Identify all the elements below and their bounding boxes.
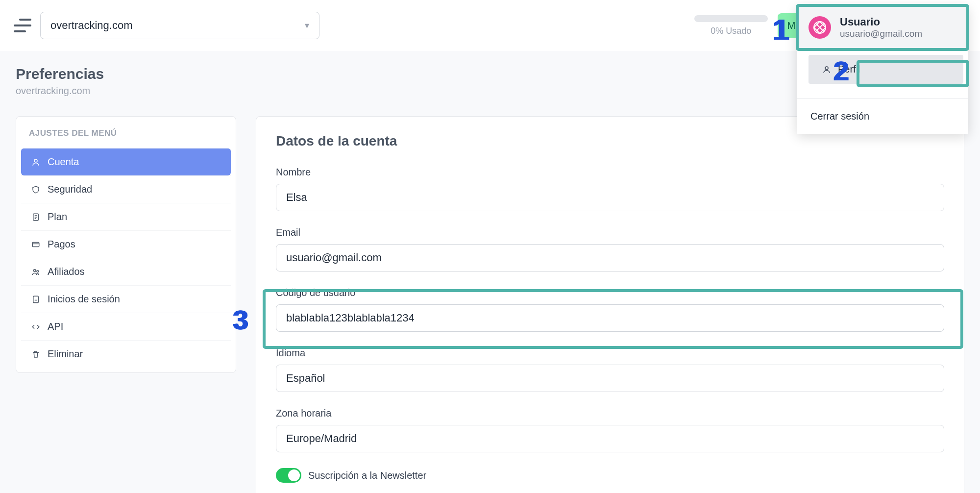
sidebar-item-cuenta[interactable]: Cuenta bbox=[21, 148, 231, 175]
card-icon bbox=[31, 240, 41, 249]
menu-toggle-icon[interactable] bbox=[14, 19, 31, 32]
sidebar-heading: AJUSTES DEL MENÚ bbox=[21, 128, 231, 148]
sidebar-item-eliminar[interactable]: Eliminar bbox=[21, 340, 231, 368]
user-icon bbox=[31, 158, 41, 167]
sidebar-item-label: Seguridad bbox=[48, 184, 92, 195]
field-timezone: Zona horaria Europe/Madrid bbox=[276, 408, 944, 452]
field-email: Email bbox=[276, 227, 944, 271]
field-language-label: Idioma bbox=[276, 347, 944, 359]
usage-indicator: 0% Usado bbox=[694, 15, 768, 36]
document-icon bbox=[31, 213, 41, 222]
settings-sidebar: AJUSTES DEL MENÚ Cuenta Seguridad Plan P… bbox=[16, 116, 236, 373]
field-name-label: Nombre bbox=[276, 167, 944, 178]
user-menu-header[interactable]: Usuario usuario@gmail.com bbox=[797, 5, 968, 50]
sidebar-item-afiliados[interactable]: Afiliados bbox=[21, 258, 231, 285]
user-menu-logout[interactable]: Cerrar sesión bbox=[797, 99, 968, 134]
svg-point-3 bbox=[34, 159, 37, 162]
account-form-card: Datos de la cuenta Nombre Email Código d… bbox=[256, 116, 964, 493]
page-icon bbox=[31, 295, 41, 304]
user-menu-profile-label: Perfil bbox=[838, 64, 860, 75]
sidebar-item-label: Afiliados bbox=[48, 266, 85, 277]
user-icon bbox=[822, 65, 831, 74]
newsletter-row: Suscripción a la Newsletter bbox=[276, 468, 944, 483]
user-email: usuario@gmail.com bbox=[840, 28, 922, 39]
field-language: Idioma Español bbox=[276, 347, 944, 392]
field-email-label: Email bbox=[276, 227, 944, 238]
name-input[interactable] bbox=[276, 184, 944, 211]
svg-point-7 bbox=[37, 270, 39, 272]
page-body: AJUSTES DEL MENÚ Cuenta Seguridad Plan P… bbox=[0, 116, 980, 493]
user-info: Usuario usuario@gmail.com bbox=[840, 16, 922, 39]
newsletter-toggle[interactable] bbox=[276, 468, 301, 483]
field-timezone-label: Zona horaria bbox=[276, 408, 944, 419]
sidebar-item-label: API bbox=[48, 321, 63, 332]
trash-icon bbox=[31, 350, 41, 359]
language-select[interactable]: Español bbox=[276, 365, 944, 392]
sidebar-item-pagos[interactable]: Pagos bbox=[21, 230, 231, 258]
sidebar-item-label: Inicios de sesión bbox=[48, 294, 120, 305]
site-selector[interactable]: overtracking.com ▾ bbox=[40, 12, 319, 39]
user-menu-profile[interactable]: Perfil bbox=[808, 55, 963, 84]
usage-bar bbox=[694, 15, 768, 22]
code-icon bbox=[31, 322, 41, 331]
sidebar-item-inicios[interactable]: Inicios de sesión bbox=[21, 285, 231, 313]
sidebar-item-seguridad[interactable]: Seguridad bbox=[21, 175, 231, 203]
timezone-value: Europe/Madrid bbox=[286, 432, 357, 445]
svg-point-6 bbox=[34, 269, 36, 271]
email-input[interactable] bbox=[276, 244, 944, 271]
sidebar-item-label: Eliminar bbox=[48, 348, 83, 360]
timezone-select[interactable]: Europe/Madrid bbox=[276, 425, 944, 452]
svg-point-2 bbox=[825, 67, 828, 70]
newsletter-label: Suscripción a la Newsletter bbox=[308, 470, 426, 481]
sidebar-item-label: Plan bbox=[48, 211, 67, 222]
user-name: Usuario bbox=[840, 16, 922, 28]
usage-text: 0% Usado bbox=[694, 26, 768, 36]
site-selector-value: overtracking.com bbox=[50, 19, 133, 32]
usercode-input[interactable] bbox=[276, 304, 944, 332]
field-usercode-label: Código de usuario bbox=[276, 287, 944, 298]
sidebar-item-label: Pagos bbox=[48, 239, 75, 250]
shield-icon bbox=[31, 185, 41, 194]
sidebar-item-api[interactable]: API bbox=[21, 313, 231, 340]
svg-rect-5 bbox=[32, 242, 39, 246]
form-heading: Datos de la cuenta bbox=[276, 133, 944, 149]
sidebar-item-label: Cuenta bbox=[48, 156, 79, 168]
user-menu-logout-label: Cerrar sesión bbox=[810, 111, 869, 122]
user-menu-popover: Usuario usuario@gmail.com Perfil Cerrar … bbox=[797, 5, 968, 134]
language-value: Español bbox=[286, 372, 325, 385]
users-icon bbox=[31, 268, 41, 276]
avatar bbox=[808, 16, 831, 39]
chevron-down-icon: ▾ bbox=[305, 20, 309, 31]
svg-rect-8 bbox=[33, 296, 39, 303]
field-usercode: Código de usuario bbox=[276, 287, 944, 332]
field-name: Nombre bbox=[276, 167, 944, 211]
sidebar-item-plan[interactable]: Plan bbox=[21, 203, 231, 230]
